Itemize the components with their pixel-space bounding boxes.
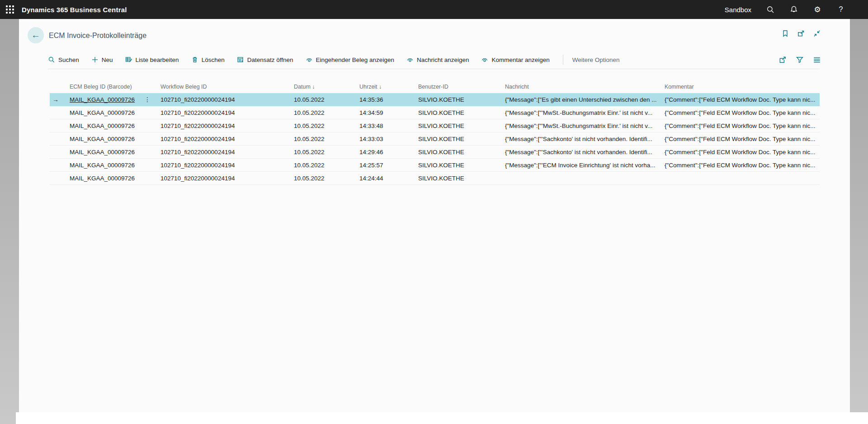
- view-icon: [481, 56, 488, 63]
- cell-benutzer: SILVIO.KOETHE: [418, 136, 505, 142]
- cell-workflow-id: 102710_fi20220000024194: [160, 122, 294, 129]
- settings-gear-icon[interactable]: ⚙: [813, 5, 822, 14]
- action-label: Suchen: [58, 57, 79, 63]
- column-header-kommentar[interactable]: Kommentar: [665, 84, 820, 90]
- share-icon[interactable]: [778, 56, 787, 64]
- footer-strip: [16, 412, 868, 424]
- cell-datum: 10.05.2022: [294, 149, 359, 155]
- collapse-icon[interactable]: [813, 29, 821, 38]
- table-row[interactable]: MAIL_KGAA_00009726 102710_fi202200000241…: [50, 159, 820, 172]
- table-header-row: ECM Beleg ID (Barcode) Workflow Beleg ID…: [50, 80, 820, 93]
- more-options-button[interactable]: Weitere Optionen: [572, 57, 620, 63]
- open-in-new-window-icon[interactable]: [797, 29, 805, 38]
- cell-benutzer: SILVIO.KOETHE: [418, 122, 505, 129]
- cell-workflow-id: 102710_fi20220000024194: [160, 162, 294, 169]
- cell-uhrzeit: 14:29:46: [359, 149, 418, 155]
- help-icon[interactable]: ?: [836, 5, 845, 14]
- current-row-arrow-icon: →: [52, 96, 59, 103]
- cell-ecm-id: MAIL_KGAA_00009726: [70, 109, 160, 116]
- table-row[interactable]: MAIL_KGAA_00009726 102710_fi202200000241…: [50, 132, 820, 146]
- cell-kommentar: {"Comment":["Feld ECM Workflow Doc. Type…: [665, 96, 820, 103]
- action-label: Löschen: [202, 57, 225, 63]
- notifications-bell-icon[interactable]: [789, 5, 798, 14]
- cell-ecm-id: MAIL_KGAA_00009726: [70, 162, 160, 169]
- app-title: Dynamics 365 Business Central: [22, 6, 127, 14]
- table-row[interactable]: MAIL_KGAA_00009726 102710_fi202200000241…: [50, 119, 820, 132]
- table-row-selected[interactable]: → MAIL_KGAA_00009726 ⋮ 102710_fi20220000…: [50, 93, 820, 106]
- cell-nachricht: {"Message":["'MwSt.-Buchungsmatrix Einr.…: [505, 122, 665, 129]
- new-action[interactable]: Neu: [91, 56, 113, 63]
- cell-nachricht: {"Message":["'ECM Invoice Einrichtung' i…: [505, 162, 665, 169]
- back-button[interactable]: ←: [28, 27, 44, 43]
- show-comment-action[interactable]: Kommentar anzeigen: [481, 56, 549, 63]
- cell-kommentar: {"Comment":["Feld ECM Workflow Doc. Type…: [665, 136, 820, 142]
- cell-datum: 10.05.2022: [294, 109, 359, 116]
- column-header-nachricht[interactable]: Nachricht: [505, 84, 665, 90]
- trash-icon: [191, 56, 198, 63]
- search-action[interactable]: Suchen: [48, 56, 79, 63]
- back-arrow-icon: ←: [31, 30, 40, 40]
- cell-workflow-id: 102710_fi20220000024194: [160, 109, 294, 116]
- show-message-action[interactable]: Nachricht anzeigen: [406, 56, 469, 63]
- cell-benutzer: SILVIO.KOETHE: [418, 175, 505, 182]
- bookmark-icon[interactable]: [781, 29, 789, 38]
- show-incoming-document-action[interactable]: Eingehender Beleg anzeigen: [306, 56, 394, 63]
- row-menu-icon[interactable]: ⋮: [144, 96, 154, 103]
- cell-datum: 10.05.2022: [294, 96, 359, 103]
- cell-datum: 10.05.2022: [294, 175, 359, 182]
- cell-nachricht: {"Message":["'Sachkonto' ist nicht vorha…: [505, 136, 665, 142]
- cell-kommentar: {"Comment":["Feld ECM Workflow Doc. Type…: [665, 122, 820, 129]
- cell-ecm-id: MAIL_KGAA_00009726: [70, 149, 160, 155]
- cell-datum: 10.05.2022: [294, 162, 359, 169]
- ecm-id-link[interactable]: MAIL_KGAA_00009726: [70, 96, 135, 103]
- app-launcher-button[interactable]: [0, 0, 20, 19]
- top-navigation-bar: Dynamics 365 Business Central Sandbox ⚙ …: [0, 0, 868, 19]
- cell-kommentar: {"Comment":["Feld ECM Workflow Doc. Type…: [665, 162, 820, 169]
- cell-datum: 10.05.2022: [294, 136, 359, 142]
- cell-workflow-id: 102710_fi20220000024194: [160, 175, 294, 182]
- open-record-action[interactable]: Datensatz öffnen: [237, 56, 293, 63]
- page-content: ← ECM Invoice-Protokolleinträge Suchen N…: [19, 19, 850, 412]
- column-header-datum[interactable]: Datum ↓: [294, 84, 359, 90]
- table-row[interactable]: MAIL_KGAA_00009726 102710_fi202200000241…: [50, 106, 820, 119]
- cell-ecm-id: MAIL_KGAA_00009726: [70, 175, 160, 182]
- action-label: Liste bearbeiten: [136, 57, 179, 63]
- benutzer-link[interactable]: SILVIO.KOETHE: [418, 96, 464, 103]
- action-label: Neu: [102, 57, 113, 63]
- cell-uhrzeit: 14:33:03: [359, 136, 418, 142]
- plus-icon: [91, 56, 99, 63]
- cell-benutzer: SILVIO.KOETHE: [418, 149, 505, 155]
- page-title: ECM Invoice-Protokolleinträge: [49, 32, 146, 40]
- column-header-ecm-id[interactable]: ECM Beleg ID (Barcode): [70, 84, 160, 90]
- cell-uhrzeit: 14:35:36: [359, 96, 418, 103]
- list-view-icon[interactable]: [813, 56, 821, 64]
- cell-uhrzeit: 14:34:59: [359, 109, 418, 116]
- edit-list-action[interactable]: Liste bearbeiten: [125, 56, 179, 63]
- action-label: Datensatz öffnen: [247, 57, 293, 63]
- table-row[interactable]: MAIL_KGAA_00009726 102710_fi202200000241…: [50, 172, 820, 185]
- search-icon[interactable]: [766, 5, 775, 14]
- cell-workflow-id: 102710_fi20220000024194: [160, 136, 294, 142]
- cell-ecm-id: MAIL_KGAA_00009726: [70, 122, 160, 129]
- toolbar-separator: [563, 55, 563, 65]
- log-entries-table: ECM Beleg ID (Barcode) Workflow Beleg ID…: [50, 80, 820, 185]
- table-row[interactable]: MAIL_KGAA_00009726 102710_fi202200000241…: [50, 146, 820, 159]
- column-header-workflow-id[interactable]: Workflow Beleg ID: [160, 84, 294, 90]
- open-record-icon: [237, 56, 244, 63]
- cell-workflow-id: 102710_fi20220000024194: [160, 149, 294, 155]
- cell-nachricht: {"Message":["'MwSt.-Buchungsmatrix Einr.…: [505, 109, 665, 116]
- cell-kommentar: {"Comment":["Feld ECM Workflow Doc. Type…: [665, 109, 820, 116]
- column-header-benutzer[interactable]: Benutzer-ID: [418, 84, 505, 90]
- column-header-uhrzeit[interactable]: Uhrzeit ↓: [359, 84, 418, 90]
- cell-uhrzeit: 14:25:57: [359, 162, 418, 169]
- view-icon: [406, 56, 414, 63]
- cell-uhrzeit: 14:33:48: [359, 122, 418, 129]
- cell-kommentar: {"Comment":["Feld ECM Workflow Doc. Type…: [665, 149, 820, 155]
- environment-label[interactable]: Sandbox: [725, 6, 751, 14]
- action-label: Weitere Optionen: [572, 57, 620, 63]
- cell-datum: 10.05.2022: [294, 122, 359, 129]
- cell-nachricht: {"Message":["Es gibt einen Unterschied z…: [505, 96, 665, 103]
- filter-icon[interactable]: [796, 56, 804, 64]
- view-icon: [306, 56, 313, 63]
- delete-action[interactable]: Löschen: [191, 56, 225, 63]
